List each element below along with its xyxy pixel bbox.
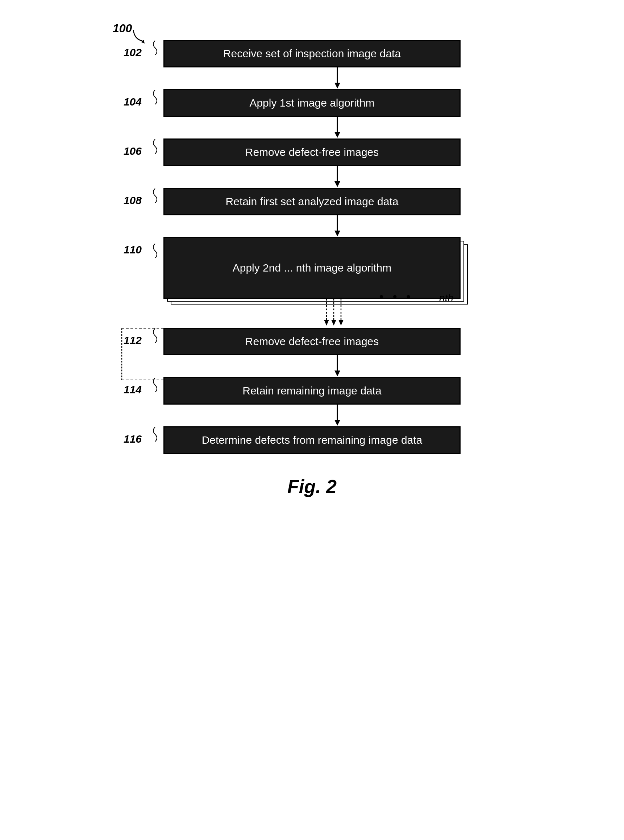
svg-marker-4 xyxy=(334,132,340,138)
flowchart: 102 Receive set of inspection image data xyxy=(113,40,511,454)
label-102: 102 xyxy=(113,46,145,59)
label-116: 116 xyxy=(113,433,145,445)
page: 100 102 Receive set of inspection image … xyxy=(0,0,624,840)
squiggle-102 xyxy=(150,40,161,55)
step-row-102: 102 Receive set of inspection image data xyxy=(113,40,511,67)
figure-caption: Fig. 2 xyxy=(287,476,337,497)
step-row-116: 116 Determine defects from remaining ima… xyxy=(113,426,511,454)
box-114: Retain remaining image data xyxy=(164,377,460,405)
svg-marker-6 xyxy=(334,181,340,187)
squiggle-108 xyxy=(150,189,161,203)
label-106: 106 xyxy=(113,145,145,157)
label-110: 110 xyxy=(113,244,145,256)
squiggle-110 xyxy=(150,238,161,258)
arrow-112-to-114 xyxy=(113,355,511,377)
squiggle-106 xyxy=(150,139,161,154)
arrow-104-to-106 xyxy=(113,117,511,139)
box-112: Remove defect-free images xyxy=(164,328,460,355)
box-116: Determine defects from remaining image d… xyxy=(164,426,460,454)
svg-marker-8 xyxy=(334,230,340,237)
squiggle-116 xyxy=(150,427,161,442)
stack-110: Apply 2nd ... nth image algorithm • • • … xyxy=(164,237,460,299)
label-108: 108 xyxy=(113,194,145,207)
diagram-container: 100 102 Receive set of inspection image … xyxy=(113,22,511,497)
loop-section: 110 xyxy=(113,237,511,405)
step-row-110: 110 xyxy=(113,237,511,299)
arrow-106-to-108 xyxy=(113,166,511,188)
step-row-108: 108 Retain first set analyzed image data xyxy=(113,188,511,215)
label-112: 112 xyxy=(113,334,145,347)
box-104: Apply 1st image algorithm xyxy=(164,89,460,117)
step-row-104: 104 Apply 1st image algorithm xyxy=(113,89,511,117)
arrow-108-to-110 xyxy=(113,215,511,237)
label-114: 114 xyxy=(113,384,145,396)
multi-arrows-110 xyxy=(113,299,511,328)
step-row-112: 112 Remove defect-free images xyxy=(113,328,511,355)
svg-marker-14 xyxy=(331,320,336,326)
squiggle-104 xyxy=(150,90,161,104)
label-104: 104 xyxy=(113,96,145,108)
arrow-114-to-116 xyxy=(113,405,511,426)
box-108: Retain first set analyzed image data xyxy=(164,188,460,215)
svg-marker-12 xyxy=(324,320,329,326)
box-102: Receive set of inspection image data xyxy=(164,40,460,67)
squiggle-114 xyxy=(150,378,161,392)
squiggle-112 xyxy=(150,328,161,343)
svg-marker-18 xyxy=(334,371,340,376)
svg-marker-2 xyxy=(334,83,340,88)
step-row-114: 114 Retain remaining image data xyxy=(113,377,511,405)
label-100: 100 xyxy=(113,22,132,35)
box-110: Apply 2nd ... nth image algorithm xyxy=(164,237,460,299)
step-row-106: 106 Remove defect-free images xyxy=(113,139,511,166)
box-106: Remove defect-free images xyxy=(164,139,460,166)
svg-marker-16 xyxy=(338,320,343,326)
arrow-102-to-104 xyxy=(113,67,511,89)
svg-marker-23 xyxy=(334,420,340,425)
